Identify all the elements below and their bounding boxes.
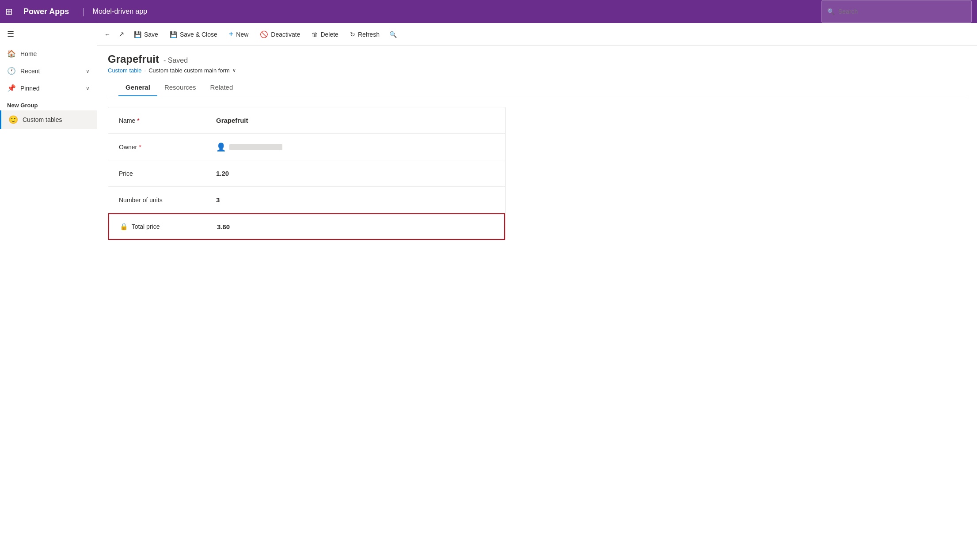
form-row-name: Name * Grapefruit [108,107,505,134]
save-icon: 💾 [134,31,141,38]
total-price-value: 3.60 [217,223,230,231]
number-of-units-text: 3 [216,196,220,204]
delete-label: Delete [320,31,338,38]
tab-resources[interactable]: Resources [157,79,203,96]
price-label: Price [119,170,216,177]
search-box[interactable]: 🔍 [821,0,972,23]
command-bar: ← ↗ 💾 Save 💾 Save & Close + New 🚫 Deacti… [97,23,977,46]
sidebar-item-pinned[interactable]: 📌 Pinned ∨ [0,79,97,97]
breadcrumb-separator: · [144,67,146,74]
name-label: Name * [119,117,216,124]
sidebar-item-home[interactable]: 🏠 Home [0,45,97,62]
name-required-indicator: * [137,117,139,124]
deactivate-button[interactable]: 🚫 Deactivate [255,28,305,41]
form-row-price: Price 1.20 [108,160,505,187]
breadcrumb-form-dropdown[interactable]: Custom table custom main form ∨ [148,67,236,74]
refresh-icon: ↻ [350,31,355,38]
form-row-owner: Owner * 👤 [108,134,505,160]
sidebar-group-label: New Group [0,97,97,110]
delete-button[interactable]: 🗑 Delete [306,28,343,41]
save-close-icon: 💾 [170,31,177,38]
sidebar-item-custom-tables-label: Custom tables [23,116,62,123]
model-name: Model-driven app [93,8,148,15]
sidebar-item-custom-tables[interactable]: 🙂 Custom tables [0,110,97,129]
form-row-total-price: 🔒 Total price 3.60 [108,213,505,240]
deactivate-label: Deactivate [271,31,300,38]
new-label: New [236,31,248,38]
lock-icon: 🔒 [120,223,128,230]
app-grid-icon[interactable]: ⊞ [5,6,13,17]
tabs: General Resources Related [108,79,966,96]
total-price-label: 🔒 Total price [120,223,217,231]
form-section: Name * Grapefruit Owner * 👤 [108,107,506,240]
owner-value[interactable]: 👤 [216,142,282,152]
breadcrumb-chevron-icon: ∨ [232,68,236,73]
save-close-button[interactable]: 💾 Save & Close [164,28,223,41]
sidebar-item-home-label: Home [20,50,37,57]
breadcrumb-table-link[interactable]: Custom table [108,67,142,74]
search-button[interactable]: 🔍 [386,28,400,41]
price-text: 1.20 [216,170,229,177]
sidebar: ☰ 🏠 Home 🕐 Recent ∨ 📌 Pinned ∨ New Group… [0,23,97,560]
back-icon: ← [104,31,110,38]
tab-related[interactable]: Related [203,79,240,96]
owner-required-indicator: * [139,144,141,151]
sidebar-item-recent[interactable]: 🕐 Recent ∨ [0,62,97,79]
refresh-button[interactable]: ↻ Refresh [345,28,385,41]
delete-icon: 🗑 [312,31,318,38]
save-button[interactable]: 💾 Save [129,28,163,41]
recent-icon: 🕐 [7,67,16,75]
recent-chevron-icon: ∨ [86,68,90,74]
top-navigation: ⊞ Power Apps | Model-driven app 🔍 [0,0,977,23]
number-of-units-label: Number of units [119,197,216,204]
open-icon: ↗ [118,30,124,38]
search-icon: 🔍 [389,31,397,38]
hamburger-menu[interactable]: ☰ [0,23,97,45]
open-button[interactable]: ↗ [115,27,128,41]
content-area: ← ↗ 💾 Save 💾 Save & Close + New 🚫 Deacti… [97,23,977,560]
owner-name-blurred [229,144,282,150]
save-close-label: Save & Close [180,31,217,38]
search-icon: 🔍 [827,8,835,15]
breadcrumb: Custom table · Custom table custom main … [108,67,966,74]
sidebar-item-pinned-label: Pinned [20,85,40,92]
search-input[interactable] [838,8,966,15]
owner-user-icon: 👤 [216,142,226,152]
new-button[interactable]: + New [224,27,254,42]
nav-divider: | [82,7,84,17]
pinned-chevron-icon: ∨ [86,85,90,91]
owner-label: Owner * [119,144,216,151]
app-name: Power Apps [18,0,74,23]
sidebar-item-recent-label: Recent [20,68,40,75]
home-icon: 🏠 [7,49,16,58]
price-value[interactable]: 1.20 [216,170,229,177]
total-price-text: 3.60 [217,223,230,231]
form-row-number-of-units: Number of units 3 [108,187,505,213]
page-title: Grapefruit [108,53,159,65]
name-value[interactable]: Grapefruit [216,117,248,124]
page-status: - Saved [163,57,188,64]
refresh-label: Refresh [358,31,380,38]
save-label: Save [144,31,158,38]
breadcrumb-form-label: Custom table custom main form [148,67,230,74]
tab-general[interactable]: General [118,79,157,96]
name-text: Grapefruit [216,117,248,124]
pinned-icon: 📌 [7,84,16,92]
form-area: Name * Grapefruit Owner * 👤 [97,96,977,560]
deactivate-icon: 🚫 [260,30,268,38]
custom-tables-emoji-icon: 🙂 [8,115,18,125]
back-button[interactable]: ← [101,28,114,41]
new-icon: + [229,30,234,39]
number-of-units-value[interactable]: 3 [216,196,220,204]
page-header: Grapefruit - Saved Custom table · Custom… [97,46,977,96]
